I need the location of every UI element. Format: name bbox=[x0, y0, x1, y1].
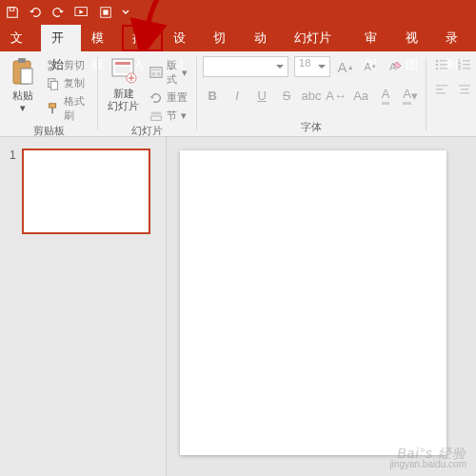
layout-button[interactable]: 版式 ▾ bbox=[147, 57, 190, 88]
underline-button[interactable]: U bbox=[252, 86, 271, 105]
svg-rect-30 bbox=[463, 60, 470, 62]
brush-icon bbox=[47, 102, 60, 115]
svg-rect-3 bbox=[103, 10, 108, 14]
watermark: Bai°s 经验 jingyan.baidu.com bbox=[389, 447, 466, 470]
reset-button[interactable]: 重置 bbox=[147, 89, 190, 106]
tab-record[interactable]: 录制 bbox=[435, 25, 476, 51]
svg-rect-37 bbox=[436, 92, 446, 94]
save-icon[interactable] bbox=[6, 6, 19, 19]
svg-rect-18 bbox=[152, 72, 156, 76]
touch-mode-icon[interactable] bbox=[99, 6, 112, 19]
align-center-button[interactable] bbox=[455, 80, 474, 99]
svg-rect-38 bbox=[459, 85, 470, 87]
layout-icon bbox=[149, 66, 163, 79]
slide-canvas-area[interactable] bbox=[167, 137, 476, 476]
svg-point-23 bbox=[436, 60, 438, 62]
svg-rect-35 bbox=[436, 85, 447, 87]
svg-rect-5 bbox=[18, 58, 26, 63]
tab-insert[interactable]: 插入 bbox=[122, 25, 163, 51]
bold-button[interactable]: B bbox=[203, 86, 222, 105]
thumbnail-number: 1 bbox=[10, 149, 16, 234]
slide[interactable] bbox=[180, 150, 446, 455]
increase-font-button[interactable]: A▲ bbox=[336, 57, 355, 76]
svg-rect-26 bbox=[440, 64, 447, 66]
svg-rect-32 bbox=[463, 64, 470, 66]
tab-template[interactable]: 模板 bbox=[81, 25, 122, 51]
font-size-select[interactable]: 18 bbox=[294, 56, 330, 77]
svg-point-27 bbox=[436, 68, 438, 69]
tab-view[interactable]: 视图 bbox=[395, 25, 436, 51]
tab-home[interactable]: 开始 bbox=[41, 25, 82, 51]
thumbnail-panel[interactable]: 1 bbox=[0, 137, 167, 476]
new-slide-label: 新建 幻灯片 bbox=[108, 88, 139, 112]
align-left-icon bbox=[434, 82, 449, 97]
align-center-icon bbox=[457, 82, 472, 97]
group-font: 18 A▲ A▼ A B I U S abc A↔ Aa A A ▾ 字体 bbox=[197, 51, 426, 136]
group-paragraph: 123 bbox=[426, 51, 476, 136]
clear-format-button[interactable]: A bbox=[386, 57, 405, 76]
qat-dropdown-icon[interactable] bbox=[122, 6, 129, 19]
paste-label: 粘贴 bbox=[12, 89, 33, 101]
font-highlight-button[interactable]: A bbox=[376, 86, 395, 105]
bullets-button[interactable] bbox=[432, 55, 451, 74]
change-case-button[interactable]: Aa bbox=[351, 86, 370, 105]
group-slides: 新建 幻灯片 版式 ▾ 重置 节 ▾ 幻灯片 bbox=[98, 51, 196, 136]
paste-button[interactable]: 粘贴 ▾ bbox=[6, 55, 40, 116]
group-label-clipboard: 剪贴板 bbox=[6, 124, 91, 140]
workspace: 1 bbox=[0, 137, 476, 476]
group-clipboard: 粘贴 ▾ 剪切 复制 格式刷 剪贴板 bbox=[0, 51, 97, 136]
tab-file[interactable]: 文件 bbox=[0, 25, 41, 51]
svg-rect-40 bbox=[460, 92, 469, 94]
italic-button[interactable]: I bbox=[228, 86, 247, 105]
undo-icon[interactable] bbox=[29, 6, 42, 19]
tab-design[interactable]: 设计 bbox=[163, 25, 204, 51]
svg-rect-21 bbox=[151, 116, 162, 120]
decrease-font-button[interactable]: A▼ bbox=[361, 57, 380, 76]
group-label-slides: 幻灯片 bbox=[104, 124, 190, 140]
section-button[interactable]: 节 ▾ bbox=[147, 108, 190, 124]
tab-review[interactable]: 审阅 bbox=[354, 25, 395, 51]
copy-button[interactable]: 复制 bbox=[44, 75, 92, 91]
thumbnail-preview[interactable] bbox=[22, 149, 150, 234]
svg-rect-39 bbox=[461, 89, 468, 90]
svg-rect-13 bbox=[115, 62, 130, 65]
cut-button[interactable]: 剪切 bbox=[44, 57, 92, 73]
svg-rect-34 bbox=[463, 68, 470, 69]
section-icon bbox=[149, 109, 163, 123]
new-slide-icon bbox=[110, 57, 137, 86]
bullets-icon bbox=[434, 57, 449, 72]
numbering-button[interactable]: 123 bbox=[455, 55, 474, 74]
tab-slideshow[interactable]: 幻灯片放映 bbox=[284, 25, 354, 51]
numbering-icon: 123 bbox=[457, 57, 472, 72]
redo-icon[interactable] bbox=[51, 6, 65, 19]
svg-rect-20 bbox=[151, 111, 162, 114]
paste-icon bbox=[10, 57, 35, 88]
tab-transition[interactable]: 切换 bbox=[203, 25, 244, 51]
group-label-font: 字体 bbox=[203, 120, 420, 136]
char-spacing-button[interactable]: A↔ bbox=[327, 86, 346, 105]
thumbnail-item[interactable]: 1 bbox=[10, 149, 156, 234]
svg-rect-6 bbox=[21, 69, 32, 84]
format-painter-button[interactable]: 格式刷 bbox=[44, 93, 92, 124]
copy-icon bbox=[47, 77, 60, 90]
svg-text:3: 3 bbox=[458, 66, 461, 71]
tab-animation[interactable]: 动画 bbox=[244, 25, 285, 51]
start-from-beginning-icon[interactable] bbox=[74, 6, 89, 19]
eraser-icon: A bbox=[387, 59, 403, 74]
reset-icon bbox=[149, 91, 163, 105]
svg-rect-17 bbox=[152, 69, 161, 71]
ribbon-tabs: 文件 开始 模板 插入 设计 切换 动画 幻灯片放映 审阅 视图 录制 bbox=[0, 25, 476, 51]
svg-rect-19 bbox=[157, 72, 161, 76]
svg-rect-11 bbox=[49, 104, 55, 108]
font-name-select[interactable] bbox=[203, 56, 288, 77]
shadow-button[interactable]: abc bbox=[302, 86, 321, 105]
svg-rect-28 bbox=[440, 68, 447, 69]
svg-rect-14 bbox=[115, 67, 130, 73]
strikethrough-button[interactable]: S bbox=[277, 86, 296, 105]
font-color-button[interactable]: A ▾ bbox=[401, 86, 420, 105]
scissors-icon bbox=[47, 59, 60, 72]
svg-rect-36 bbox=[436, 89, 443, 90]
ribbon: 粘贴 ▾ 剪切 复制 格式刷 剪贴板 新建 幻灯片 版式 ▾ 重置 节 ▾ 幻灯… bbox=[0, 51, 476, 137]
align-left-button[interactable] bbox=[432, 80, 451, 99]
new-slide-button[interactable]: 新建 幻灯片 bbox=[104, 55, 143, 114]
